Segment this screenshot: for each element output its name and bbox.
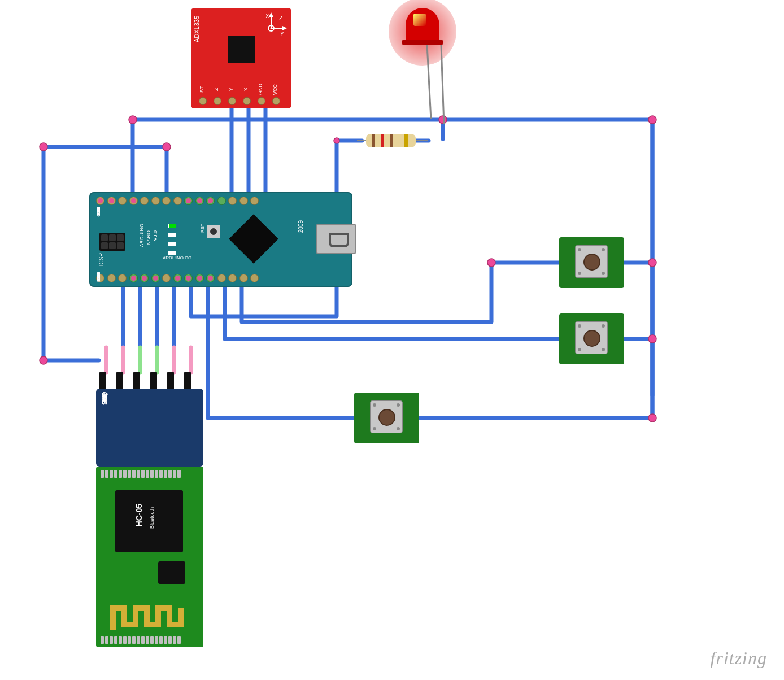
svg-point-8: [163, 143, 171, 151]
fritzing-attribution: fritzing: [711, 648, 767, 669]
adxl-axes-icon: X Y Z: [254, 11, 288, 45]
push-button-1[interactable]: [559, 237, 624, 288]
svg-point-13: [648, 414, 656, 422]
pin-label-d13: D13: [96, 207, 104, 215]
adxl-label-z: Z: [214, 84, 221, 95]
svg-point-12: [648, 335, 656, 343]
svg-marker-23: [282, 26, 287, 30]
hc05-chip-name: HC-05: [134, 504, 143, 526]
icsp-header: [99, 233, 125, 251]
hc05-chip: HC-05 Bluetooth: [115, 490, 183, 552]
arduino-brand1: ARDUINO: [139, 224, 145, 247]
arduino-cc-label: ARDUINO.CC: [163, 255, 191, 260]
reset-label: RST: [200, 224, 205, 233]
arduino-brand2: NANO: [146, 230, 151, 245]
fritzing-canvas: VINGNDRST5VA7A6A5A4A3A2A1A0REF3V3D13 TX1…: [0, 0, 784, 680]
adxl335-module: ADXL335 X Y Z STZYXGNDVCC: [191, 8, 291, 108]
pin-label-d12: D12: [96, 272, 104, 281]
adxl335-name: ADXL335: [193, 16, 200, 42]
adxl-pin-y: [228, 97, 236, 105]
arduino-usb-port[interactable]: [316, 224, 356, 254]
adxl-pin-x: [243, 97, 251, 105]
hc05-label-state: State: [102, 392, 109, 405]
svg-point-7: [40, 143, 47, 151]
adxl-label-x: X: [243, 84, 251, 95]
resistor-band-2: [381, 134, 384, 147]
arduino-brand3: V3.0: [153, 230, 158, 241]
hc05-antenna-icon: [107, 596, 192, 642]
resistor-lead-right: [416, 140, 428, 141]
arduino-year: 2009: [298, 220, 304, 233]
adxl-pin-st: [199, 97, 207, 105]
arduino-pins-bottom: [96, 274, 259, 282]
svg-text:X: X: [265, 13, 269, 19]
adxl-pin-gnd: [258, 97, 265, 105]
adxl-label-vcc: VCC: [272, 84, 280, 95]
svg-text:Z: Z: [279, 15, 282, 21]
resistor-band-3: [390, 134, 393, 147]
push-button-2[interactable]: [559, 313, 624, 364]
svg-text:Y: Y: [280, 31, 284, 37]
adxl-pin-vcc: [272, 97, 280, 105]
hc05-chip-sub: Bluetooth: [149, 507, 155, 529]
resistor-band-4: [404, 134, 408, 147]
adxl-label-gnd: GND: [258, 84, 265, 95]
resistor-band-1: [372, 134, 375, 147]
svg-point-11: [648, 259, 656, 267]
adxl-label-st: ST: [199, 84, 207, 95]
icsp-label: ICSP: [98, 253, 104, 266]
svg-point-25: [271, 28, 272, 29]
svg-marker-21: [269, 12, 273, 17]
arduino-pins-top: [96, 197, 259, 205]
svg-point-15: [334, 138, 339, 143]
svg-point-9: [40, 356, 47, 364]
arduino-reset-button[interactable]: [207, 225, 220, 238]
arduino-mcu-chip: [229, 214, 278, 264]
arduino-nano: VINGNDRST5VA7A6A5A4A3A2A1A0REF3V3D13 TX1…: [89, 192, 352, 287]
push-button-3[interactable]: [354, 393, 419, 443]
adxl335-chip: [228, 36, 255, 63]
adxl-label-y: Y: [228, 84, 236, 95]
svg-point-6: [129, 116, 137, 124]
adxl-pin-z: [214, 97, 221, 105]
svg-point-10: [648, 116, 656, 124]
svg-point-16: [487, 259, 495, 267]
